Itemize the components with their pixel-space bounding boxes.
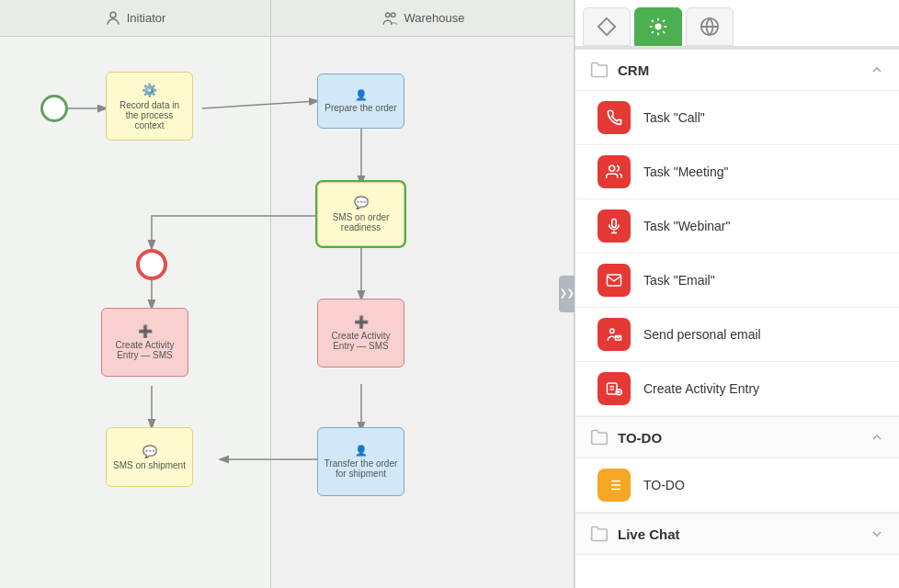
start-node[interactable] [40, 95, 68, 122]
meeting-icon [606, 164, 622, 180]
panel-content: CRM Task "Call" [575, 50, 899, 588]
create-activity-sms-left-node[interactable]: ➕ Create Activity Entry — SMS [101, 308, 188, 377]
transfer-order-node[interactable]: 👤 Transfer the order for shipment [317, 427, 404, 496]
person-icon [105, 10, 121, 27]
svg-point-12 [655, 24, 661, 29]
task-email-label: Task "Email" [643, 273, 715, 288]
task-meeting-label: Task "Meeting" [643, 164, 728, 179]
lane-initiator-header: Initiator [0, 0, 270, 37]
sms-readiness-label: SMS on order readiness [324, 212, 398, 232]
svg-point-1 [385, 13, 390, 17]
crm-folder-icon [590, 61, 609, 79]
task-meeting-icon-bg [597, 155, 631, 188]
prepare-order-label: Prepare the order [324, 103, 396, 113]
svg-point-15 [610, 329, 615, 334]
sms-readiness-node[interactable]: 💬 SMS on order readiness [317, 182, 404, 246]
mic-icon [606, 218, 622, 234]
transfer-order-label: Transfer the order for shipment [324, 458, 398, 479]
right-panel: CRM Task "Call" [575, 0, 899, 588]
task-webinar-label: Task "Webinar" [643, 219, 731, 233]
envelope-icon [606, 272, 622, 288]
tab-diamond[interactable] [583, 7, 631, 46]
crm-section-label: CRM [618, 62, 649, 78]
task-email-item[interactable]: Task "Email" [575, 254, 899, 308]
person-envelope-icon [606, 326, 622, 343]
create-activity-sms-right-node[interactable]: ➕ Create Activity Entry — SMS [317, 299, 404, 368]
todo-item-icon-bg [597, 469, 631, 502]
todo-chevron-icon [870, 430, 884, 445]
task-call-item[interactable]: Task "Call" [575, 91, 899, 145]
task-call-label: Task "Call" [643, 110, 705, 125]
task-meeting-item[interactable]: Task "Meeting" [575, 145, 899, 199]
svg-marker-11 [598, 18, 615, 35]
list-icon [606, 477, 622, 493]
lane-initiator-label: Initiator [127, 11, 166, 25]
todo-section-header[interactable]: TO-DO [575, 417, 899, 458]
svg-point-14 [609, 165, 615, 171]
sms-shipment-node[interactable]: 💬 SMS on shipment [106, 427, 193, 487]
create-activity-sms-left-label: Create Activity Entry — SMS [108, 340, 182, 360]
panel-toggle-button[interactable]: ❮❮ [559, 276, 575, 312]
task-webinar-icon-bg [597, 209, 631, 243]
svg-point-2 [391, 13, 395, 17]
plus-list-icon [606, 380, 622, 397]
task-webinar-item[interactable]: Task "Webinar" [575, 199, 899, 254]
task-call-icon-bg [597, 101, 631, 134]
create-activity-entry-item[interactable]: Create Activity Entry [575, 362, 899, 416]
send-personal-email-icon-bg [597, 318, 631, 351]
crm-items-list: Task "Call" Task "Meeting" [575, 91, 899, 417]
workflow-canvas: Initiator Warehouse [0, 0, 575, 588]
todo-item[interactable]: TO-DO [575, 458, 899, 513]
tab-gear[interactable] [634, 7, 682, 46]
create-activity-sms-right-label: Create Activity Entry — SMS [324, 331, 398, 351]
sms-shipment-label: SMS on shipment [113, 460, 186, 470]
diamond-icon [597, 17, 617, 37]
create-activity-entry-label: Create Activity Entry [643, 381, 759, 396]
globe-icon [700, 17, 720, 37]
todo-items-list: TO-DO [575, 458, 899, 514]
todo-folder-icon [590, 428, 609, 447]
phone-icon [606, 109, 622, 126]
crm-section-title-group: CRM [590, 61, 649, 79]
group-icon [381, 10, 399, 27]
panel-tabs [575, 0, 899, 48]
live-chat-section-header[interactable]: Live Chat [575, 514, 899, 555]
gear-icon [648, 17, 668, 37]
live-chat-section-label: Live Chat [618, 526, 680, 542]
create-activity-entry-icon-bg [597, 372, 631, 405]
live-chat-folder-icon [590, 525, 609, 543]
circle-red-node[interactable] [136, 249, 167, 280]
task-email-icon-bg [597, 264, 631, 297]
crm-chevron-icon [870, 62, 884, 77]
live-chat-chevron-icon [870, 526, 884, 541]
lane-warehouse-header: Warehouse [271, 0, 574, 37]
record-data-node[interactable]: ⚙️ Record data in the process context [106, 72, 193, 141]
todo-item-label: TO-DO [643, 478, 685, 492]
svg-point-0 [110, 12, 116, 17]
todo-section-title-group: TO-DO [590, 428, 662, 447]
todo-section-label: TO-DO [618, 430, 662, 446]
send-personal-email-label: Send personal email [643, 327, 761, 342]
tab-globe[interactable] [686, 7, 734, 46]
live-chat-section-title-group: Live Chat [590, 525, 680, 543]
crm-section-header[interactable]: CRM [575, 50, 899, 91]
send-personal-email-item[interactable]: Send personal email [575, 308, 899, 362]
prepare-order-node[interactable]: 👤 Prepare the order [317, 74, 404, 129]
record-data-label: Record data in the process context [112, 100, 187, 130]
lane-warehouse-label: Warehouse [404, 11, 465, 25]
